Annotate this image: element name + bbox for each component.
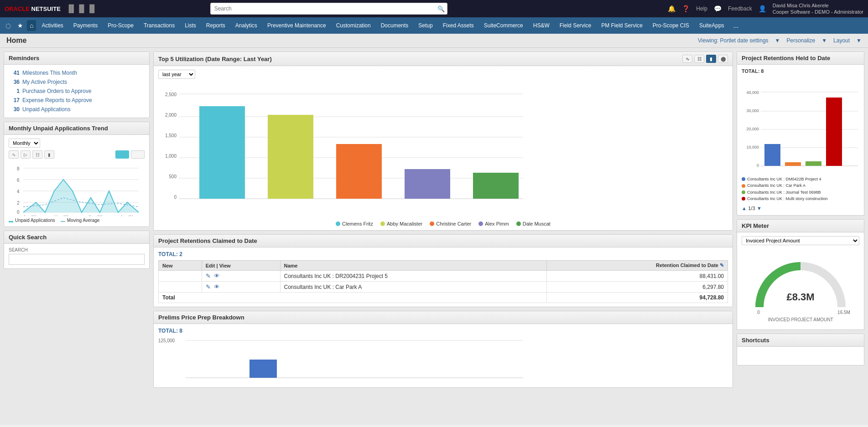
nav-pm-field-service[interactable]: PM Field Service xyxy=(597,20,647,31)
nav-suitecommerce[interactable]: SuiteCommerce xyxy=(479,20,528,31)
reminder-link-milestones[interactable]: Milestones This Month xyxy=(22,70,77,76)
home-icon[interactable]: ⌂ xyxy=(27,20,36,31)
legend-clemens: Clemens Fritz xyxy=(336,221,373,226)
bar-chart-small-icon[interactable]: ▮ xyxy=(44,150,54,159)
legend-abby-color xyxy=(380,221,385,226)
feedback-link[interactable]: Feedback xyxy=(728,5,752,12)
pagination-down-icon[interactable]: ▼ xyxy=(757,206,762,211)
svg-text:6: 6 xyxy=(17,178,20,183)
area-chart-icon[interactable]: ▷ xyxy=(21,150,31,159)
nav-preventive-maintenance[interactable]: Preventive Maintenance xyxy=(263,20,331,31)
top5-line-icon[interactable]: ∿ xyxy=(682,55,692,63)
gray-theme-icon[interactable] xyxy=(131,150,145,159)
pagination-up-icon[interactable]: ▲ xyxy=(742,206,747,211)
nav-payments[interactable]: Payments xyxy=(69,20,102,31)
legend-dale-label: Dale Muscat xyxy=(523,221,551,226)
layout-link[interactable]: Layout xyxy=(833,37,850,44)
reminder-link-purchase-orders[interactable]: Purchase Orders to Approve xyxy=(22,88,91,94)
shortcuts-header: Shortcuts xyxy=(737,334,864,347)
reminder-count-5: 30 xyxy=(9,106,20,113)
quick-search-header: Quick Search xyxy=(4,231,149,244)
monthly-trend-chart: 8 6 4 2 0 xyxy=(9,161,141,216)
prelims-header: Prelims Price Prep Breakdown xyxy=(154,311,733,324)
nav-reports[interactable]: Reports xyxy=(202,20,230,31)
nav-pro-scope-cis[interactable]: Pro-Scope CIS xyxy=(648,20,694,31)
feedback-icon[interactable]: 💬 xyxy=(714,5,722,12)
notifications-icon[interactable]: 🔔 xyxy=(668,5,676,12)
col-name: Name xyxy=(280,261,547,271)
netsuite-text: NETSUITE xyxy=(31,5,61,12)
table-icon[interactable]: ☷ xyxy=(32,150,42,159)
color-theme-icon[interactable] xyxy=(115,150,129,159)
reminder-item: 17 Expense Reports to Approve xyxy=(9,96,145,105)
legend-carpark-label: Consultants Inc UK : Car Park A xyxy=(747,182,806,189)
nav-lists[interactable]: Lists xyxy=(180,20,201,31)
monthly-trend-dropdown[interactable]: Monthly Weekly Daily xyxy=(9,139,40,148)
svg-text:125,000: 125,000 xyxy=(158,338,175,343)
retentions-claimed-title: Project Retentions Claimed to Date xyxy=(158,237,257,244)
top5-header: Top 5 Utilization (Date Range: Last Year… xyxy=(154,52,733,66)
top5-date-range-dropdown[interactable]: last year this year last month xyxy=(158,70,195,79)
nav-suiteapps[interactable]: SuiteApps xyxy=(695,20,729,31)
retentions-pagination: ▲ 1/3 ▼ xyxy=(742,205,859,211)
edit-icon[interactable]: ✎ xyxy=(720,262,724,268)
nav-field-service[interactable]: Field Service xyxy=(555,20,596,31)
svg-text:0: 0 xyxy=(757,163,759,168)
nav-setup[interactable]: Setup xyxy=(414,20,437,31)
legend-christine-color xyxy=(430,221,434,226)
search-bar-container: 🔍 xyxy=(210,3,447,15)
legend-dm0422b-label: Consultants Inc UK : DM0422B Project 4 xyxy=(747,176,821,182)
nav-customization[interactable]: Customization xyxy=(332,20,375,31)
edit-action-2[interactable]: ✎ xyxy=(206,283,211,290)
top5-bar-icon[interactable]: ▮ xyxy=(706,55,716,63)
help-icon[interactable]: ❓ xyxy=(682,5,690,12)
reminder-link-unpaid-apps[interactable]: Unpaid Applications xyxy=(22,106,70,113)
personalize-link[interactable]: Personalize xyxy=(786,37,815,44)
reminder-link-expense-reports[interactable]: Expense Reports to Approve xyxy=(22,97,92,103)
nav-activities[interactable]: Activities xyxy=(37,20,68,31)
svg-text:500: 500 xyxy=(169,174,177,179)
legend-multistory-label: Consultants Inc UK : Multi story constru… xyxy=(747,195,828,202)
search-label: SEARCH xyxy=(9,247,145,252)
bar-abby xyxy=(268,115,313,199)
nav-transactions[interactable]: Transactions xyxy=(139,20,179,31)
gauge-svg: £8.3M 0 16.5M xyxy=(746,252,855,316)
line-chart-icon[interactable]: ∿ xyxy=(9,150,19,159)
reminders-portlet: Reminders 41 Milestones This Month 36 My… xyxy=(4,51,150,118)
favorites-icon[interactable]: ★ xyxy=(15,20,26,31)
view-action-2[interactable]: 👁 xyxy=(214,283,220,290)
recent-icon[interactable]: ◌ xyxy=(3,20,14,31)
retentions-held-title: Project Retentions Held to Date xyxy=(742,55,830,62)
top5-table-icon[interactable]: ☷ xyxy=(694,55,704,63)
nav-analytics[interactable]: Analytics xyxy=(231,20,262,31)
svg-text:8: 8 xyxy=(17,166,20,171)
main-content: Reminders 41 Milestones This Month 36 My… xyxy=(0,48,868,425)
edit-action-1[interactable]: ✎ xyxy=(206,273,211,279)
legend-carpark-color xyxy=(742,184,745,188)
user-avatar[interactable]: 👤 xyxy=(759,5,766,12)
quick-search-input[interactable] xyxy=(9,254,145,265)
top5-pie-icon[interactable]: ⬤ xyxy=(718,55,728,63)
table-row: ✎ 👁 Consultants Inc UK : Car Park A 6,29… xyxy=(159,282,728,293)
legend-multistory: Consultants Inc UK : Multi story constru… xyxy=(742,195,859,202)
help-link[interactable]: Help xyxy=(696,5,707,12)
nav-hsw[interactable]: HS&W xyxy=(529,20,554,31)
search-input[interactable] xyxy=(210,3,447,15)
bar-carpark xyxy=(785,162,801,166)
monthly-trend-header: Monthly Unpaid Applications Trend xyxy=(4,122,149,135)
viewing-portlet-link[interactable]: Viewing: Portlet date settings xyxy=(698,37,769,44)
legend-journal-color xyxy=(742,190,745,194)
nav-documents[interactable]: Documents xyxy=(376,20,413,31)
top5-bar-chart: 0 500 1,000 1,500 2,000 2,500 xyxy=(158,82,541,219)
view-action-1[interactable]: 👁 xyxy=(214,273,220,279)
kpi-meter-dropdown[interactable]: Invoiced Project Amount xyxy=(742,236,859,245)
nav-pro-scope[interactable]: Pro-Scope xyxy=(103,20,138,31)
reminder-link-projects[interactable]: My Active Projects xyxy=(22,79,67,85)
reminder-item: 36 My Active Projects xyxy=(9,77,145,87)
top5-legend: Clemens Fritz Abby Macalister Christine … xyxy=(158,221,728,226)
monthly-trend-body: Monthly Weekly Daily ∿ ▷ ☷ ▮ xyxy=(4,135,149,226)
table-total-row: Total 94,728.80 xyxy=(159,293,728,303)
nav-more[interactable]: ... xyxy=(730,19,743,32)
top-bar: ORACLE NETSUITE ▐▌▐▌▐▌ 🔍 🔔 ❓ Help 💬 Feed… xyxy=(0,0,868,17)
nav-fixed-assets[interactable]: Fixed Assets xyxy=(438,20,478,31)
